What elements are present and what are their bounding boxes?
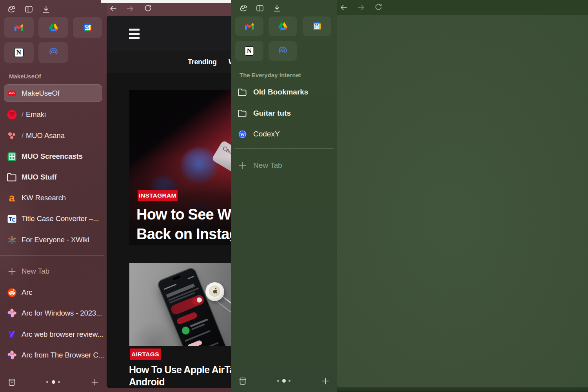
- svg-text:W: W: [240, 131, 245, 137]
